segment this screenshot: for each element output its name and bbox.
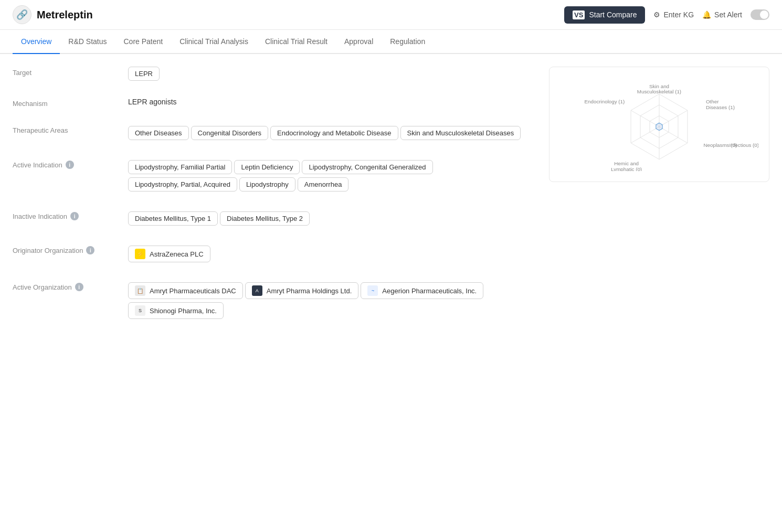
nav-tabs: Overview R&D Status Core Patent Clinical… [0,30,782,54]
amryt-holdings-icon: A [252,285,262,296]
org-aegerion[interactable]: ~ Aegerion Pharmaceuticals, Inc. [361,282,483,299]
compare-icon: VS [573,10,585,19]
active-indication-row: Active Indication i Lipodystrophy, Famil… [13,158,536,193]
originator-org-row: Originator Organization i ⚡ AstraZeneca … [13,244,536,264]
target-label: Target [13,67,128,77]
aegerion-name: Aegerion Pharmaceuticals, Inc. [382,287,477,295]
header: 🔗 Metreleptin VS Start Compare ⚙ Enter K… [0,0,782,30]
therapeutic-areas-label: Therapeutic Areas [13,124,128,134]
radar-chart-container: Skin and Musculoskeletal (1) Other Disea… [549,67,769,182]
org-amryt-pharma-dac[interactable]: 📋 Amryt Pharmaceuticals DAC [128,282,243,299]
tag-endocrinology[interactable]: Endocrinology and Metabolic Disease [270,126,398,140]
active-org-info-icon[interactable]: i [75,283,83,291]
target-row: Target LEPR [13,67,536,81]
aegerion-icon: ~ [367,285,378,296]
active-org-label: Active Organization i [13,281,128,291]
originator-org-label: Originator Organization i [13,244,128,254]
amryt-dac-name: Amryt Pharmaceuticals DAC [150,287,236,295]
start-compare-button[interactable]: VS Start Compare [564,6,645,24]
svg-text:Endocrinology (1): Endocrinology (1) [585,99,625,104]
tab-rd-status[interactable]: R&D Status [60,30,115,54]
header-actions: VS Start Compare ⚙ Enter KG 🔔 Set Alert [564,6,769,24]
tag-lipodystrophy-congenital[interactable]: Lipodystrophy, Congenital Generalized [302,160,432,174]
tag-congenital-disorders[interactable]: Congenital Disorders [191,126,268,140]
astrazeneca-icon: ⚡ [135,249,145,259]
svg-line-5 [659,126,688,143]
alert-icon: 🔔 [702,10,711,19]
svg-text:Musculoskeletal (1): Musculoskeletal (1) [637,89,681,94]
right-panel: Skin and Musculoskeletal (1) Other Disea… [549,67,769,337]
active-indication-label: Active Indication i [13,158,128,169]
svg-text:Hemic and: Hemic and [614,161,639,166]
originator-org-info-icon[interactable]: i [86,246,94,254]
lepr-tag[interactable]: LEPR [128,67,160,81]
tag-lipodystrophy-partial-acquired[interactable]: Lipodystrophy, Partial, Acquired [128,177,237,191]
svg-text:Lymphatic (0): Lymphatic (0) [611,166,642,171]
app-logo-icon: 🔗 [13,5,31,24]
active-org-row: Active Organization i 📋 Amryt Pharmaceut… [13,281,536,321]
logo-area: 🔗 Metreleptin [13,5,564,24]
tag-diabetes-type2[interactable]: Diabetes Mellitus, Type 2 [220,211,310,226]
tab-clinical-trial-result[interactable]: Clinical Trial Result [257,30,336,54]
org-amryt-pharma-holdings[interactable]: A Amryt Pharma Holdings Ltd. [245,282,359,299]
enter-kg-button[interactable]: ⚙ Enter KG [653,10,694,19]
svg-line-4 [659,110,688,126]
mechanism-row: Mechanism LEPR agonists [13,98,536,108]
tab-core-patent[interactable]: Core Patent [115,30,172,54]
tab-overview[interactable]: Overview [13,30,60,54]
tag-diabetes-type1[interactable]: Diabetes Mellitus, Type 1 [128,211,218,226]
tag-skin-diseases[interactable]: Skin and Musculoskeletal Diseases [400,126,521,140]
target-value: LEPR [128,67,536,81]
tab-regulation[interactable]: Regulation [382,30,434,54]
svg-line-8 [631,110,659,126]
org-shionogi[interactable]: S Shionogi Pharma, Inc. [128,302,224,319]
amryt-dac-icon: 📋 [135,285,145,296]
active-indication-value: Lipodystrophy, Familial Partial Leptin D… [128,158,536,193]
inactive-indication-row: Inactive Indication i Diabetes Mellitus,… [13,210,536,227]
shionogi-icon: S [135,305,145,316]
tab-approval[interactable]: Approval [336,30,382,54]
tag-lipodystrophy-familial[interactable]: Lipodystrophy, Familial Partial [128,160,232,174]
org-astrazeneca[interactable]: ⚡ AstraZeneca PLC [128,246,210,262]
svg-marker-9 [656,123,662,130]
alert-toggle[interactable] [751,9,769,20]
svg-text:Infectious (0): Infectious (0) [730,142,759,148]
main-content: Target LEPR Mechanism LEPR agonists Ther… [0,54,782,350]
mechanism-value: LEPR agonists [128,98,536,106]
start-compare-label: Start Compare [589,10,637,19]
tag-lipodystrophy[interactable]: Lipodystrophy [239,177,295,191]
left-panel: Target LEPR Mechanism LEPR agonists Ther… [13,67,536,337]
shionogi-name: Shionogi Pharma, Inc. [150,307,217,315]
tag-leptin-deficiency[interactable]: Leptin Deficiency [234,160,300,174]
therapeutic-areas-row: Therapeutic Areas Other Diseases Congeni… [13,124,536,142]
inactive-indication-label: Inactive Indication i [13,210,128,220]
originator-org-value: ⚡ AstraZeneca PLC [128,244,536,264]
tab-clinical-trial-analysis[interactable]: Clinical Trial Analysis [171,30,257,54]
inactive-indication-value: Diabetes Mellitus, Type 1 Diabetes Melli… [128,210,536,227]
svg-text:Skin and: Skin and [649,83,669,89]
active-org-value: 📋 Amryt Pharmaceuticals DAC A Amryt Phar… [128,281,536,321]
app-title: Metreleptin [37,9,93,21]
svg-text:Diseases (1): Diseases (1) [706,104,735,110]
radar-chart: Skin and Musculoskeletal (1) Other Disea… [560,78,758,171]
tag-other-diseases[interactable]: Other Diseases [128,126,189,140]
therapeutic-areas-value: Other Diseases Congenital Disorders Endo… [128,124,536,142]
amryt-holdings-name: Amryt Pharma Holdings Ltd. [267,287,352,295]
svg-text:Other: Other [706,99,719,104]
tag-amenorrhea[interactable]: Amenorrhea [298,177,349,191]
astrazeneca-name: AstraZeneca PLC [150,250,204,258]
inactive-indication-info-icon[interactable]: i [70,212,79,220]
svg-line-7 [631,126,659,143]
set-alert-button[interactable]: 🔔 Set Alert [702,10,742,19]
mechanism-label: Mechanism [13,98,128,108]
active-indication-info-icon[interactable]: i [66,161,74,169]
kg-icon: ⚙ [653,10,660,19]
